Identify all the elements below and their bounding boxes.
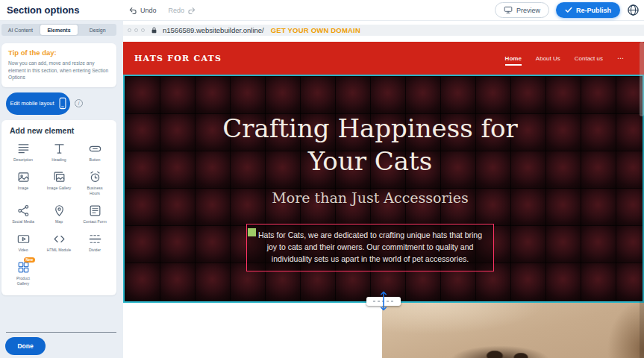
browser-bar: n1566589.websitebuilder.online/ GET YOUR… [123,25,644,36]
redo-icon [187,6,196,15]
nav-home[interactable]: Home [505,55,522,62]
element-map[interactable]: Map [41,202,77,224]
preview-area: n1566589.websitebuilder.online/ GET YOUR… [123,21,644,358]
next-section [123,303,644,358]
sidebar-divider [6,332,116,333]
done-button[interactable]: Done [5,337,46,355]
scrollbar-thumb[interactable] [640,42,644,116]
tip-of-the-day-card: Tip of the day: Now you can add, move an… [1,43,116,87]
info-icon[interactable]: i [75,99,83,107]
element-product-gallery[interactable]: New Product Gallery [5,259,41,286]
element-button[interactable]: Button [77,140,113,163]
clock-icon [88,170,102,184]
element-divider[interactable]: Divider [77,230,113,253]
monitor-icon [504,6,513,14]
element-contact-form[interactable]: Contact Form [77,202,113,224]
contact-form-icon [88,204,102,218]
add-new-element-panel: Add new element Description Heading Butt… [1,120,116,295]
app-window: Section options Undo Redo Preview Re-Pub… [0,0,644,358]
carpet-cat-photo [382,303,644,358]
element-drag-handle[interactable] [248,228,256,236]
undo-label: Undo [140,7,157,14]
republish-button[interactable]: Re-Publish [556,2,620,18]
phone-icon [59,97,66,110]
tip-body: Now you can add, move and resize any ele… [8,60,110,81]
republish-label: Re-Publish [576,7,611,14]
element-image-gallery[interactable]: Image Gallery [41,169,77,196]
preview-button[interactable]: Preview [495,2,549,18]
video-icon [16,232,31,246]
divider-icon [88,232,102,246]
site-logo[interactable]: HATS FOR CATS [134,54,222,63]
redo-button[interactable]: Redo [169,6,197,15]
button-icon [88,142,102,156]
heading-icon [52,142,66,156]
globe-icon [627,4,640,16]
drag-vertical-arrow-icon [380,291,387,311]
hero-content: Crafting Happiness for Your Cats More th… [125,76,616,301]
section-resize-handle[interactable] [366,291,401,311]
add-panel-title: Add new element [10,126,113,135]
element-video[interactable]: Video [5,230,41,253]
tip-title: Tip of the day: [8,48,110,57]
tab-elements[interactable]: Elements [40,25,78,35]
new-badge: New [24,257,35,263]
image-gallery-icon [52,170,66,184]
browser-dot-icon [141,28,145,32]
language-globe-button[interactable] [627,4,640,16]
sidebar: AI Content Elements Design Tip of the da… [0,21,123,358]
map-pin-icon [52,204,66,218]
get-domain-link[interactable]: GET YOUR OWN DOMAIN [271,26,360,34]
sidebar-tabs: AI Content Elements Design [1,24,116,36]
site-url: n1566589.websitebuilder.online/ [163,26,264,34]
site-nav: Home About Us Contact us ⋯ [505,54,625,62]
check-icon [565,7,572,13]
image-icon [16,170,31,184]
browser-dot-icon [128,28,131,32]
topbar: Section options Undo Redo Preview Re-Pub… [0,0,644,21]
hero-description-element[interactable]: Hats for Cats, we are dedicated to craft… [246,224,494,271]
undo-button[interactable]: Undo [128,6,157,15]
preview-scrollbar [640,42,644,358]
hero-subtitle[interactable]: More than Just Accessories [272,189,468,206]
page-title: Section options [7,0,80,21]
edit-mobile-label: Edit mobile layout [10,100,54,107]
text-lines-icon [16,142,31,156]
redo-label: Redo [169,7,185,14]
topbar-actions: Preview Re-Publish [495,2,640,18]
element-heading[interactable]: Heading [41,140,77,163]
hero-section-selected[interactable]: Crafting Happiness for Your Cats More th… [123,75,644,303]
mobile-layout-row: Edit mobile layout i [6,92,116,115]
element-image[interactable]: Image [5,169,41,196]
tab-ai-content[interactable]: AI Content [1,24,40,36]
element-grid: Description Heading Button Image Image G… [5,140,113,286]
nav-about-us[interactable]: About Us [536,55,560,62]
hero-title[interactable]: Crafting Happiness for Your Cats [206,112,534,178]
share-icon [16,204,31,218]
undo-icon [128,6,137,15]
lock-icon [151,26,157,34]
nav-contact-us[interactable]: Contact us [575,55,603,62]
element-business-hours[interactable]: Business Hours [77,169,113,196]
hero-description-text: Hats for Cats, we are dedicated to craft… [254,230,487,265]
preview-label: Preview [516,7,540,14]
nav-more-menu[interactable]: ⋯ [617,54,625,62]
site-canvas: HATS FOR CATS Home About Us Contact us ⋯… [123,42,644,358]
browser-dot-icon [134,28,138,32]
site-header: HATS FOR CATS Home About Us Contact us ⋯ [123,42,644,75]
element-html-module[interactable]: HTML Module [41,230,77,253]
element-social-media[interactable]: Social Media [5,202,41,224]
code-icon [52,232,66,246]
tab-design[interactable]: Design [78,24,116,36]
element-description[interactable]: Description [5,140,41,163]
edit-mobile-layout-button[interactable]: Edit mobile layout [6,92,70,115]
undo-redo-group: Undo Redo [128,0,196,21]
